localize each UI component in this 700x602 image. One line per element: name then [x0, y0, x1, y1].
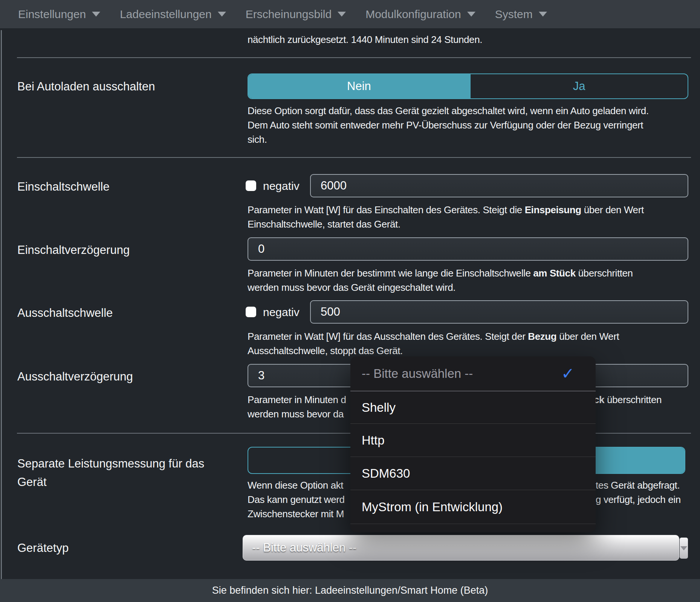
- separate-messung-desc-line1-right: tes Gerät abgefragt.: [596, 480, 680, 491]
- einschaltschwelle-negativ-checkbox[interactable]: [246, 180, 256, 191]
- chevron-down-icon: [338, 12, 346, 17]
- einschaltverzoegerung-desc-line1: Parameter in Minuten der bestimmt wie la…: [248, 267, 633, 279]
- einschaltschwelle-desc-line1: Parameter in Watt [W] für das Einschalte…: [248, 204, 644, 216]
- breadcrumb-footer: Sie befinden sich hier: Ladeeinstellunge…: [0, 579, 700, 602]
- nav-item-modulkonfiguration[interactable]: Modulkonfiguration: [365, 8, 475, 21]
- einschaltschwelle-input[interactable]: [310, 174, 688, 197]
- ausschaltverzoegerung-desc-line1-left: Parameter in Minuten d: [248, 394, 346, 406]
- autoladen-desc-line3: sich.: [248, 134, 267, 145]
- einschaltschwelle-desc-line2: Einschaltschwelle, startet das Gerät.: [248, 218, 400, 230]
- nav-item-label: Einstellungen: [18, 8, 86, 21]
- intro-text: nächtlich zurückgesetzt. 1440 Minuten si…: [248, 34, 482, 46]
- nav-item-system[interactable]: System: [495, 8, 547, 21]
- separate-messung-desc-line2-left: Das kann genutzt werd: [248, 494, 345, 506]
- divider: [17, 157, 691, 158]
- chevron-down-icon: [539, 12, 547, 17]
- einschaltverzoegerung-label: Einschaltverzögerung: [17, 243, 130, 257]
- select-options-popup: -- Bitte auswählen -- ✓ Shelly Http SDM6…: [350, 356, 596, 532]
- einschaltschwelle-label: Einschaltschwelle: [17, 180, 110, 194]
- geraetetyp-label: Gerätetyp: [17, 541, 69, 555]
- checkmark-icon: ✓: [561, 364, 575, 383]
- separate-messung-desc-line2-right: g verfügt, jedoch ein: [596, 494, 681, 506]
- popup-divider: [350, 524, 596, 524]
- ausschaltverzoegerung-label: Ausschaltverzögerung: [17, 370, 133, 384]
- separate-messung-desc-line3-left: Zwischenstecker mit M: [248, 508, 344, 520]
- nav-item-label: Erscheinungsbild: [246, 8, 332, 21]
- chevron-down-icon: [680, 546, 687, 550]
- card-left-border: [1, 30, 2, 579]
- popup-option-bitte-auswaehlen[interactable]: -- Bitte auswählen -- ✓: [350, 356, 596, 391]
- nav-item-einstellungen[interactable]: Einstellungen: [18, 8, 100, 21]
- einschaltverzoegerung-desc-line2: werden muss bevor das Gerät eingeschalte…: [248, 282, 455, 293]
- separate-messung-desc-line1-left: Wenn diese Option akt: [248, 480, 343, 491]
- geraetetyp-select-value: -- Bitte auswählen --: [252, 541, 356, 555]
- nav-item-ladeeinstellungen[interactable]: Ladeeinstellungen: [120, 8, 226, 21]
- autoladen-ja-button[interactable]: Ja: [470, 74, 688, 98]
- chevron-down-icon: [467, 12, 475, 17]
- divider: [17, 57, 691, 58]
- nav-item-label: Modulkonfiguration: [365, 8, 461, 21]
- autoladen-desc-line2: Dem Auto steht somit entweder mehr PV-Üb…: [248, 119, 643, 131]
- nav-item-erscheinungsbild[interactable]: Erscheinungsbild: [246, 8, 346, 21]
- geraetetyp-select[interactable]: -- Bitte auswählen --: [243, 535, 679, 561]
- autoladen-nein-button[interactable]: Nein: [248, 74, 470, 98]
- popup-option-mystrom[interactable]: MyStrom (in Entwicklung): [350, 490, 596, 524]
- nav-item-label: Ladeeinstellungen: [120, 8, 212, 21]
- separate-messung-label: Separate Leistungsmessung für das Gerät: [17, 454, 204, 491]
- ausschaltschwelle-input[interactable]: [310, 300, 688, 324]
- breadcrumb-text: Sie befinden sich hier: Ladeeinstellunge…: [212, 585, 488, 596]
- ausschaltschwelle-negativ-label[interactable]: negativ: [263, 306, 300, 319]
- select-arrow-strip: [680, 538, 688, 559]
- chevron-down-icon: [92, 12, 100, 17]
- einschaltverzoegerung-input[interactable]: [248, 237, 688, 261]
- autoladen-toggle-group: Nein Ja: [248, 73, 688, 99]
- top-navbar: Einstellungen Ladeeinstellungen Erschein…: [0, 0, 700, 28]
- chevron-down-icon: [218, 12, 226, 17]
- nav-item-label: System: [495, 8, 533, 21]
- popup-option-shelly[interactable]: Shelly: [350, 391, 596, 423]
- ausschaltschwelle-desc-line2: Ausschaltschwelle, stoppt das Gerät.: [248, 345, 403, 357]
- ausschaltschwelle-desc-line1: Parameter in Watt [W] für das Ausschalte…: [248, 331, 619, 342]
- popup-option-sdm630[interactable]: SDM630: [350, 457, 596, 490]
- ausschaltschwelle-negativ-checkbox[interactable]: [246, 307, 256, 317]
- autoladen-label: Bei Autoladen ausschalten: [17, 79, 155, 93]
- ausschaltverzoegerung-desc-line2-left: werden muss bevor da: [248, 408, 344, 420]
- einschaltschwelle-negativ-label[interactable]: negativ: [263, 180, 300, 193]
- autoladen-desc-line1: Diese Option sorgt dafür, dass das Gerät…: [248, 105, 649, 117]
- ausschaltverzoegerung-desc-line1-right: ck überschritten: [594, 394, 662, 406]
- popup-option-http[interactable]: Http: [350, 424, 596, 457]
- ausschaltschwelle-label: Ausschaltschwelle: [17, 306, 113, 320]
